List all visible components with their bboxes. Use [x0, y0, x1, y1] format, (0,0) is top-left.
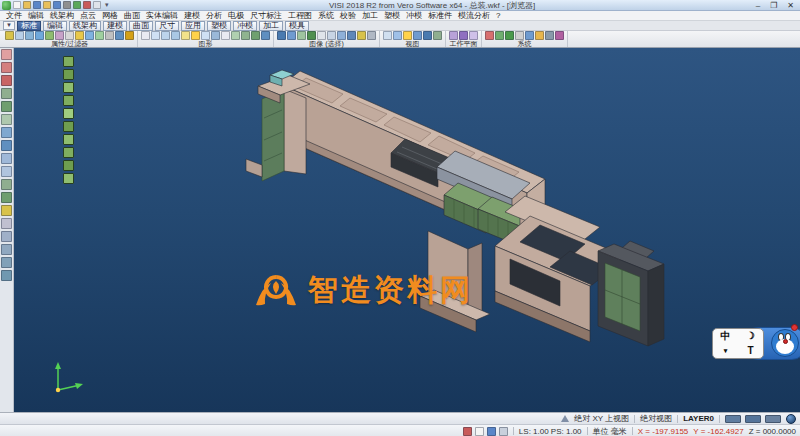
floating-toolbar-icon[interactable]	[63, 108, 74, 119]
ribbon-tab[interactable]: 尺寸	[155, 21, 179, 31]
left-toolbar-icon[interactable]	[1, 179, 12, 190]
floating-toolbar-icon[interactable]	[63, 134, 74, 145]
left-toolbar-icon[interactable]	[1, 205, 12, 216]
toolbar-icon[interactable]	[75, 31, 84, 40]
toolbar-icon[interactable]	[201, 31, 210, 40]
toolbar-icon[interactable]	[393, 31, 402, 40]
menu-item[interactable]: 文件	[3, 11, 25, 21]
left-toolbar-icon[interactable]	[1, 127, 12, 138]
menu-item[interactable]: 冲模	[403, 11, 425, 21]
left-toolbar-icon[interactable]	[1, 257, 12, 268]
qat-icon[interactable]	[33, 1, 41, 9]
toolbar-icon[interactable]	[525, 31, 534, 40]
left-toolbar-icon[interactable]	[1, 75, 12, 86]
toolbar-icon[interactable]	[413, 31, 422, 40]
ribbon-tab[interactable]: 应用	[181, 21, 205, 31]
left-toolbar-icon[interactable]	[1, 244, 12, 255]
toolbar-icon[interactable]	[151, 31, 160, 40]
units-indicator[interactable]: 单位 毫米	[593, 426, 627, 436]
close-button[interactable]: ✕	[787, 1, 794, 10]
menu-item[interactable]: ?	[493, 11, 503, 21]
status-icon[interactable]	[487, 427, 496, 436]
menu-item[interactable]: 加工	[359, 11, 381, 21]
absolute-view-label[interactable]: 绝对 XY 上视图	[574, 413, 629, 424]
toolbar-icon[interactable]	[161, 31, 170, 40]
ribbon-tab[interactable]: 模具	[285, 21, 309, 31]
qat-icon[interactable]	[73, 1, 81, 9]
menu-item[interactable]: 模流分析	[455, 11, 493, 21]
toolbar-icon[interactable]	[347, 31, 356, 40]
ribbon-tab[interactable]: 加工	[259, 21, 283, 31]
menu-item[interactable]: 校验	[337, 11, 359, 21]
toolbar-icon[interactable]	[251, 31, 260, 40]
toolbar-icon[interactable]	[171, 31, 180, 40]
toolbar-icon[interactable]	[241, 31, 250, 40]
qat-icon[interactable]	[53, 1, 61, 9]
left-toolbar-icon[interactable]	[1, 49, 12, 60]
toolbar-icon[interactable]	[5, 31, 14, 40]
status-orb-icon[interactable]	[786, 414, 796, 424]
toolbar-icon[interactable]	[35, 31, 44, 40]
menu-item[interactable]: 标准件	[425, 11, 455, 21]
floating-toolbar-icon[interactable]	[63, 160, 74, 171]
toolbar-icon[interactable]	[357, 31, 366, 40]
left-toolbar-icon[interactable]	[1, 192, 12, 203]
toolbar-icon[interactable]	[485, 31, 494, 40]
toolbar-icon[interactable]	[55, 31, 64, 40]
toolbar-icon[interactable]	[423, 31, 432, 40]
toolbar-icon[interactable]	[307, 31, 316, 40]
toolbar-icon[interactable]	[403, 31, 412, 40]
ime-lang-indicator[interactable]: 中	[721, 331, 731, 341]
toolbar-icon[interactable]	[105, 31, 114, 40]
menu-item[interactable]: 曲面	[121, 11, 143, 21]
left-toolbar-icon[interactable]	[1, 114, 12, 125]
status-swatch[interactable]	[765, 415, 781, 423]
left-toolbar-icon[interactable]	[1, 101, 12, 112]
toolbar-icon[interactable]	[125, 31, 134, 40]
ime-text-mode[interactable]: T	[747, 346, 753, 356]
toolbar-icon[interactable]	[287, 31, 296, 40]
cad-model[interactable]	[14, 48, 800, 412]
menu-item[interactable]: 尺寸标注	[247, 11, 285, 21]
menu-item[interactable]: 塑模	[381, 11, 403, 21]
toolbar-icon[interactable]	[45, 31, 54, 40]
ribbon-tab[interactable]: 标准	[17, 21, 41, 31]
menu-item[interactable]: 工程图	[285, 11, 315, 21]
ime-drop-icon[interactable]: ▾	[724, 346, 728, 356]
toolbar-icon[interactable]	[231, 31, 240, 40]
ribbon-tab[interactable]: 塑模	[207, 21, 231, 31]
floating-toolbar-icon[interactable]	[63, 56, 74, 67]
toolbar-icon[interactable]	[515, 31, 524, 40]
left-toolbar-icon[interactable]	[1, 140, 12, 151]
toolbar-icon[interactable]	[495, 31, 504, 40]
floating-toolbar-icon[interactable]	[63, 121, 74, 132]
ribbon-tab[interactable]: 曲面	[129, 21, 153, 31]
left-toolbar-icon[interactable]	[1, 218, 12, 229]
toolbar-icon[interactable]	[85, 31, 94, 40]
menu-item[interactable]: 编辑	[25, 11, 47, 21]
toolbar-icon[interactable]	[555, 31, 564, 40]
menu-item[interactable]: 电极	[225, 11, 247, 21]
toolbar-icon[interactable]	[95, 31, 104, 40]
left-toolbar-icon[interactable]	[1, 62, 12, 73]
toolbar-icon[interactable]	[535, 31, 544, 40]
qat-icon[interactable]	[13, 1, 21, 9]
toolbar-icon[interactable]	[297, 31, 306, 40]
restore-button[interactable]: ❐	[770, 1, 777, 10]
toolbar-icon[interactable]	[181, 31, 190, 40]
menu-item[interactable]: 系统	[315, 11, 337, 21]
toolbar-icon[interactable]	[469, 31, 478, 40]
toolbar-icon[interactable]	[459, 31, 468, 40]
qat-icon[interactable]	[23, 1, 31, 9]
toolbar-icon[interactable]	[15, 31, 24, 40]
toolbar-icon[interactable]	[327, 31, 336, 40]
toolbar-icon[interactable]	[221, 31, 230, 40]
toolbar-icon[interactable]	[65, 31, 74, 40]
status-icon[interactable]	[499, 427, 508, 436]
floating-toolbar-icon[interactable]	[63, 173, 74, 184]
floating-toolbar-icon[interactable]	[63, 147, 74, 158]
toolbar-icon[interactable]	[545, 31, 554, 40]
ime-halfwidth-moon-icon[interactable]: ☽	[746, 331, 755, 341]
left-toolbar-icon[interactable]	[1, 231, 12, 242]
toolbar-icon[interactable]	[141, 31, 150, 40]
